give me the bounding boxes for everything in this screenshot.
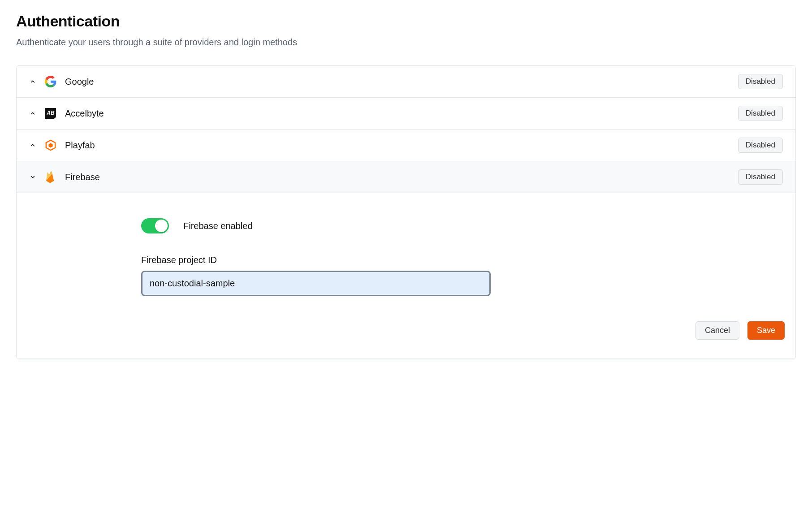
google-icon xyxy=(44,75,57,88)
cancel-button[interactable]: Cancel xyxy=(695,321,739,340)
svg-marker-2 xyxy=(48,143,52,147)
accelbyte-icon: AB xyxy=(44,107,57,120)
chevron-up-icon xyxy=(29,142,36,149)
page-title: Authentication xyxy=(16,13,796,30)
status-badge: Disabled xyxy=(738,138,783,153)
page-subtitle: Authenticate your users through a suite … xyxy=(16,37,796,48)
playfab-icon xyxy=(44,139,57,151)
status-badge: Disabled xyxy=(738,74,783,89)
providers-panel: Google Disabled AB Accelbyte Disabled Pl… xyxy=(16,65,796,359)
chevron-down-icon xyxy=(29,173,36,181)
provider-row-firebase[interactable]: Firebase Disabled xyxy=(17,161,795,193)
provider-name: Google xyxy=(65,77,730,87)
svg-text:AB: AB xyxy=(46,110,55,116)
status-badge: Disabled xyxy=(738,106,783,121)
chevron-up-icon xyxy=(29,78,36,85)
provider-row-google[interactable]: Google Disabled xyxy=(17,66,795,98)
provider-name: Accelbyte xyxy=(65,108,730,119)
status-badge: Disabled xyxy=(738,169,783,185)
provider-row-accelbyte[interactable]: AB Accelbyte Disabled xyxy=(17,98,795,130)
save-button[interactable]: Save xyxy=(747,321,785,340)
chevron-up-icon xyxy=(29,110,36,117)
project-id-input[interactable] xyxy=(141,271,491,296)
provider-name: Playfab xyxy=(65,140,730,151)
provider-row-playfab[interactable]: Playfab Disabled xyxy=(17,130,795,161)
project-id-label: Firebase project ID xyxy=(141,255,491,265)
firebase-settings-body: Firebase enabled Firebase project ID Can… xyxy=(17,193,795,359)
firebase-enabled-toggle[interactable] xyxy=(141,218,169,233)
provider-name: Firebase xyxy=(65,172,730,182)
firebase-icon xyxy=(44,171,57,183)
firebase-enabled-label: Firebase enabled xyxy=(183,221,253,231)
